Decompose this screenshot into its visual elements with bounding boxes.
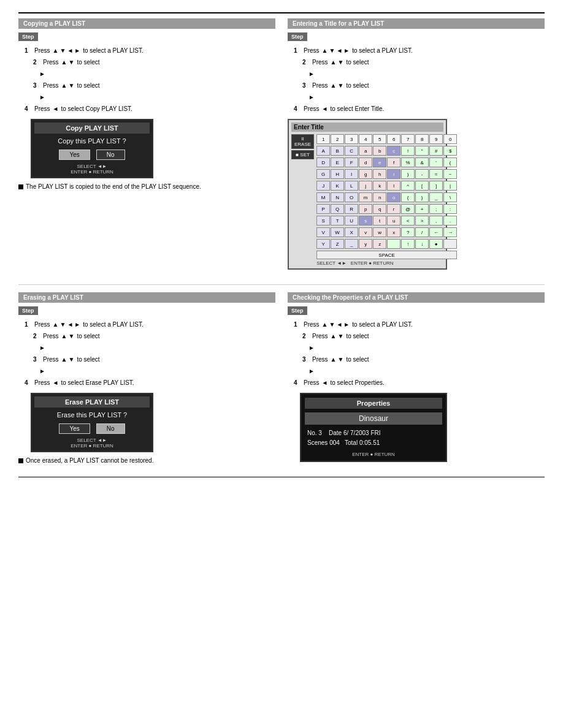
key-semi[interactable]: ; <box>429 204 443 214</box>
key-uparr[interactable]: ↑ <box>401 239 415 249</box>
key-d[interactable]: d <box>359 157 372 167</box>
copy-no-button[interactable]: No <box>96 150 125 160</box>
key-rcurly[interactable]: } <box>415 192 429 202</box>
key-under[interactable]: _ <box>429 192 443 202</box>
key-slash[interactable]: / <box>415 227 429 237</box>
key-T[interactable]: T <box>331 216 344 226</box>
key-rparen[interactable]: ) <box>401 169 415 179</box>
key-fwd[interactable]: → <box>443 227 457 237</box>
key-p[interactable]: p <box>359 204 372 214</box>
key-2[interactable]: 2 <box>331 134 344 144</box>
key-r[interactable]: r <box>387 204 400 214</box>
key-9[interactable]: 9 <box>429 134 443 144</box>
key-0[interactable]: 0 <box>443 134 457 144</box>
key-bslash[interactable]: \ <box>443 192 457 202</box>
key-excl[interactable]: ! <box>401 146 415 156</box>
key-M[interactable]: M <box>316 192 330 202</box>
key-O[interactable]: O <box>345 192 358 202</box>
key-I[interactable]: I <box>345 169 358 179</box>
key-P[interactable]: P <box>316 204 330 214</box>
key-pipe[interactable]: | <box>443 181 457 191</box>
key-lt[interactable]: < <box>401 216 415 226</box>
key-Y[interactable]: Y <box>316 239 330 249</box>
key-q[interactable]: q <box>373 204 386 214</box>
key-E[interactable]: E <box>331 157 344 167</box>
key-y[interactable]: y <box>359 239 372 249</box>
key-8[interactable]: 8 <box>415 134 429 144</box>
key-f[interactable]: f <box>387 157 400 167</box>
key-h[interactable]: h <box>373 169 386 179</box>
key-4[interactable]: 4 <box>359 134 372 144</box>
copy-yes-button[interactable]: Yes <box>59 150 90 160</box>
key-bksp[interactable]: ← <box>429 227 443 237</box>
key-n[interactable]: n <box>373 192 386 202</box>
erase-yes-button[interactable]: Yes <box>59 423 90 434</box>
key-A[interactable]: A <box>316 146 330 156</box>
key-Z[interactable]: Z <box>331 239 344 249</box>
key-question[interactable]: ? <box>401 227 415 237</box>
key-gt[interactable]: > <box>415 216 429 226</box>
key-i[interactable]: i <box>387 169 400 179</box>
key-v[interactable]: v <box>359 227 372 237</box>
key-K[interactable]: K <box>331 181 344 191</box>
key-g[interactable]: g <box>359 169 372 179</box>
key-e[interactable]: e <box>373 157 386 167</box>
key-b[interactable]: b <box>373 146 386 156</box>
key-G[interactable]: G <box>316 169 330 179</box>
key-l[interactable]: l <box>387 181 400 191</box>
key-J[interactable]: J <box>316 181 330 191</box>
key-z[interactable]: z <box>373 239 386 249</box>
key-amp[interactable]: & <box>415 157 429 167</box>
key-U[interactable]: U <box>345 216 358 226</box>
key-lbrack[interactable]: [ <box>415 181 429 191</box>
key-caret[interactable]: ^ <box>401 181 415 191</box>
key-lparen[interactable]: ( <box>443 157 457 167</box>
key-c[interactable]: c <box>387 146 400 156</box>
set-button[interactable]: ■ SET <box>291 150 314 159</box>
key-apos[interactable]: ' <box>429 157 443 167</box>
key-plus[interactable]: + <box>415 204 429 214</box>
key-C[interactable]: C <box>345 146 358 156</box>
key-o[interactable]: o <box>387 192 400 202</box>
key-D[interactable]: D <box>316 157 330 167</box>
key-7[interactable]: 7 <box>401 134 415 144</box>
space-bar[interactable]: SPACE <box>316 251 457 259</box>
key-5[interactable]: 5 <box>373 134 386 144</box>
key-x[interactable]: x <box>387 227 400 237</box>
key-us2[interactable]: _ <box>345 239 358 249</box>
key-dnarr[interactable]: ↓ <box>415 239 429 249</box>
key-B[interactable]: B <box>331 146 344 156</box>
key-dollar[interactable]: $ <box>443 146 457 156</box>
key-t[interactable]: t <box>373 216 386 226</box>
key-s[interactable]: s <box>359 216 372 226</box>
key-W[interactable]: W <box>331 227 344 237</box>
key-j[interactable]: j <box>359 181 372 191</box>
key-k[interactable]: k <box>373 181 386 191</box>
key-enter-kb[interactable]: ● <box>429 239 443 249</box>
key-R[interactable]: R <box>345 204 358 214</box>
key-a[interactable]: a <box>359 146 372 156</box>
key-Q[interactable]: Q <box>331 204 344 214</box>
key-hash[interactable]: # <box>429 146 443 156</box>
key-F[interactable]: F <box>345 157 358 167</box>
key-w[interactable]: w <box>373 227 386 237</box>
key-V[interactable]: V <box>316 227 330 237</box>
key-rbrack[interactable]: ] <box>429 181 443 191</box>
erase-button[interactable]: II ERASE <box>291 134 314 149</box>
key-pct[interactable]: % <box>401 157 415 167</box>
key-S[interactable]: S <box>316 216 330 226</box>
key-at[interactable]: @ <box>401 204 415 214</box>
key-colon[interactable]: : <box>443 204 457 214</box>
key-lcurly[interactable]: { <box>401 192 415 202</box>
key-1[interactable]: 1 <box>316 134 330 144</box>
key-X[interactable]: X <box>345 227 358 237</box>
key-u[interactable]: u <box>387 216 400 226</box>
key-period[interactable]: . <box>443 216 457 226</box>
key-sp2[interactable] <box>387 239 400 249</box>
key-minus[interactable]: - <box>415 169 429 179</box>
key-comma[interactable]: , <box>429 216 443 226</box>
key-N[interactable]: N <box>331 192 344 202</box>
key-eq[interactable]: = <box>429 169 443 179</box>
key-L[interactable]: L <box>345 181 358 191</box>
key-3[interactable]: 3 <box>345 134 358 144</box>
